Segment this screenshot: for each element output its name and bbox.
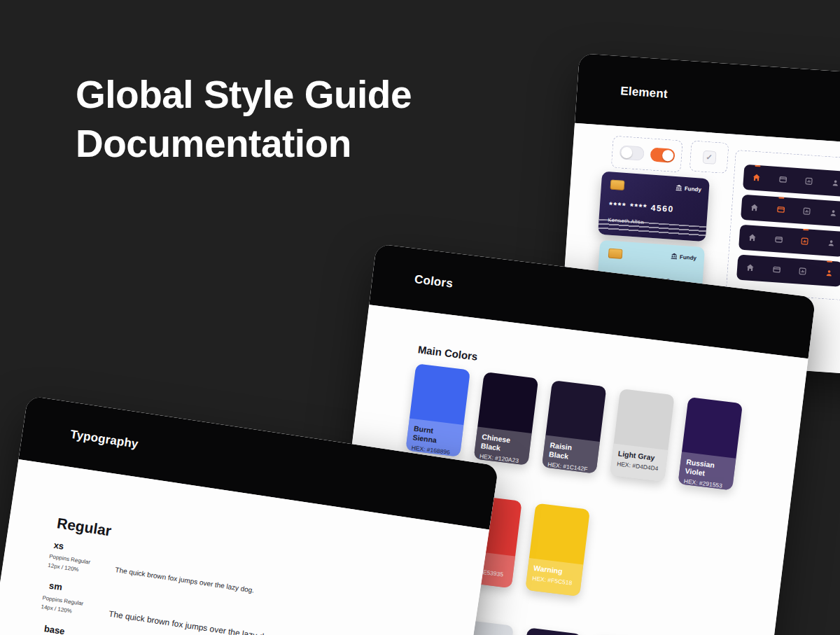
- colors-panel-title: Colors: [414, 272, 454, 291]
- wallet-icon[interactable]: [778, 174, 788, 184]
- swatch-name: Russian Violet: [685, 457, 730, 480]
- color-swatch[interactable]: Raisin Black HEX: #1C142F: [542, 380, 607, 474]
- toggle-off[interactable]: [619, 145, 644, 160]
- card-bank-name: Fundy: [680, 253, 697, 261]
- card-chip-icon: [610, 180, 625, 190]
- swatch-label-band: Burnt Sienna HEX: #168896: [405, 419, 463, 457]
- home-icon[interactable]: [746, 263, 755, 272]
- card-bank-name: Fundy: [685, 185, 702, 193]
- nav-bar-row: [738, 224, 840, 256]
- wallet-icon[interactable]: [776, 204, 785, 214]
- checkbox-group: ✓: [690, 140, 729, 174]
- nav-states-group: [726, 150, 840, 301]
- profile-icon[interactable]: [824, 268, 834, 278]
- bank-icon: [671, 253, 678, 260]
- color-swatch[interactable]: Chinese Black HEX: #120A23: [474, 372, 539, 466]
- credit-card-dark: Fundy **** **** 4560 Kenneth Allen: [598, 172, 710, 242]
- toggle-on[interactable]: [650, 147, 675, 162]
- swatch-label-band: Russian Violet HEX: #291553: [678, 452, 736, 490]
- check-icon: ✓: [706, 152, 713, 162]
- swatch-label-band: Chinese Black HEX: #120A23: [474, 427, 532, 466]
- color-swatch[interactable]: [517, 627, 582, 635]
- stats-icon[interactable]: [802, 207, 812, 216]
- profile-icon[interactable]: [826, 238, 836, 248]
- swatch-label-band: Raisin Black HEX: #1C142F: [542, 435, 600, 473]
- type-size-label: base: [43, 623, 66, 635]
- nav-bar-row: [741, 194, 840, 226]
- page-title: Global Style Guide Documentation: [76, 70, 412, 168]
- toggle-knob: [662, 150, 673, 162]
- nav-bar-row: [743, 164, 840, 196]
- wallet-icon[interactable]: [771, 265, 781, 274]
- type-size-label: xs: [53, 540, 65, 552]
- typography-panel-title: Typography: [69, 428, 139, 452]
- nav-bar-row: [736, 254, 840, 286]
- swatch-name: Burnt Sienna: [412, 424, 458, 447]
- home-icon[interactable]: [752, 173, 762, 183]
- bank-icon: [676, 184, 683, 192]
- home-icon[interactable]: [750, 203, 760, 213]
- toggle-knob: [620, 146, 632, 158]
- stats-icon[interactable]: [804, 176, 814, 186]
- swatch-label-band: Warning HEX: #F5C518: [525, 558, 583, 596]
- page-title-line1: Global Style Guide: [76, 70, 412, 119]
- element-panel-title: Element: [620, 84, 668, 102]
- stats-icon[interactable]: [798, 267, 808, 277]
- color-swatch[interactable]: Warning HEX: #F5C518: [525, 503, 590, 596]
- type-sample-text: The quick brown fox jumps over the lazy …: [108, 609, 276, 635]
- profile-icon[interactable]: [828, 208, 838, 218]
- card-bank: Fundy: [676, 184, 702, 193]
- home-icon[interactable]: [748, 232, 757, 242]
- card-bank: Fundy: [671, 253, 697, 262]
- type-sample-text: The quick brown fox jumps over the lazy …: [115, 566, 255, 594]
- card-stripes: [598, 218, 706, 238]
- status-colors-row: Error HEX: #E53935 Warning HEX: #F5C518: [457, 495, 787, 621]
- profile-icon[interactable]: [830, 178, 840, 188]
- card-number: **** **** 4560: [609, 200, 675, 214]
- swatch-label-band: Light Gray HEX: #D4D4D4: [610, 443, 668, 482]
- color-swatch[interactable]: Russian Violet HEX: #291553: [678, 397, 743, 491]
- stage: Global Style Guide Documentation Element…: [0, 0, 840, 635]
- type-spec: Poppins Regular 14px / 120%: [41, 593, 84, 617]
- card-chip-icon: [608, 249, 623, 259]
- type-spec: Poppins Regular 12px / 120%: [48, 552, 91, 575]
- wallet-icon[interactable]: [774, 235, 783, 244]
- partial-colors-row: [449, 619, 771, 635]
- swatch-name: Raisin Black: [548, 440, 594, 463]
- type-size-label: sm: [48, 580, 63, 593]
- color-swatch[interactable]: Light Gray HEX: #D4D4D4: [610, 389, 675, 482]
- page-title-line2: Documentation: [76, 119, 412, 168]
- toggle-group: [611, 136, 683, 173]
- swatch-name: Chinese Black: [480, 432, 526, 455]
- checkbox[interactable]: ✓: [702, 150, 716, 164]
- stats-icon[interactable]: [800, 237, 810, 246]
- type-weight-heading: Regular: [56, 515, 113, 539]
- color-swatch[interactable]: Burnt Sienna HEX: #168896: [405, 363, 470, 457]
